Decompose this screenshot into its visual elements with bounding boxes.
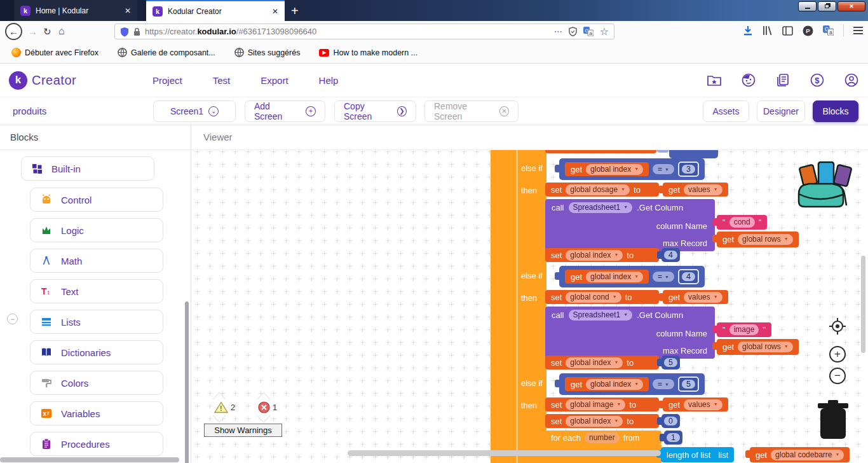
tracking-protection-shield-icon[interactable]	[120, 27, 129, 37]
prev-error-icon[interactable]	[257, 392, 271, 399]
condition-block[interactable]: get global index▼ =▼ 4	[559, 266, 705, 287]
get-variable-block[interactable]: get global index▼	[565, 270, 649, 284]
call-method-block[interactable]: call Spreadsheet1▼ .Get Column column Na…	[545, 199, 715, 251]
sidebars-icon[interactable]	[782, 26, 793, 36]
palette-colors[interactable]: Colors	[30, 371, 163, 395]
get-variable-block[interactable]: get global rows▼	[717, 232, 799, 247]
palette-logic[interactable]: Logic	[30, 218, 163, 242]
set-variable-block[interactable]: set global dosage▼ to	[545, 183, 659, 197]
number-block[interactable]: 4	[661, 248, 680, 262]
workspace-vertical-scrollbar[interactable]	[861, 256, 865, 353]
palette-procedures[interactable]: Procedures	[30, 432, 163, 456]
get-variable-block[interactable]: get values▼	[663, 290, 728, 304]
get-variable-block[interactable]: get global rows▼	[717, 339, 799, 355]
designer-button[interactable]: Designer	[757, 100, 805, 122]
operator-dropdown[interactable]: =▼	[653, 379, 674, 389]
translate-addon-icon[interactable]: G a	[823, 25, 834, 36]
condition-block[interactable]: get global index▼ =▼ 3	[559, 158, 705, 180]
browser-tab-creator[interactable]: k Kodular Creator ✕	[146, 0, 285, 21]
projects-folder-icon[interactable]	[707, 73, 722, 88]
warning-icon[interactable]: !	[214, 401, 228, 413]
set-variable-block[interactable]: set global index▼ to	[545, 414, 659, 428]
trash-icon[interactable]	[815, 399, 851, 441]
condition-block[interactable]: get global index▼ =▼ 5	[559, 373, 705, 395]
home-button[interactable]: ⌂	[58, 25, 65, 37]
text-string-block[interactable]: " cond "	[717, 215, 767, 230]
page-actions-icon[interactable]: ⋯	[554, 27, 562, 36]
maximize-button[interactable]	[818, 1, 836, 11]
translate-icon[interactable]: G a	[583, 27, 593, 36]
palette-variables[interactable]: x y Variables	[30, 401, 163, 425]
menu-test[interactable]: Test	[213, 75, 231, 86]
assets-button[interactable]: Assets	[703, 100, 749, 122]
palette-text[interactable]: T t Text	[30, 279, 163, 303]
number-block[interactable]: 5	[661, 356, 680, 370]
bookmark-item[interactable]: Débuter avec Firefox	[11, 48, 98, 57]
get-variable-block[interactable]: get global codebarre▼	[750, 447, 850, 462]
set-variable-block[interactable]: set global index▼ to	[545, 248, 659, 262]
backpack-icon[interactable]	[795, 160, 858, 211]
tab-close-icon[interactable]: ✕	[125, 6, 131, 15]
get-variable-block[interactable]: get global index▼	[565, 377, 649, 391]
community-face-icon[interactable]	[741, 73, 756, 88]
error-icon[interactable]	[258, 401, 270, 413]
screen-selector[interactable]: Screen1⌄	[153, 100, 236, 122]
blocks-canvas[interactable]: else if then get global index▼ =▼ 3 set …	[191, 150, 868, 463]
number-block[interactable]: 3	[678, 162, 699, 177]
if-block-spine[interactable]	[491, 150, 546, 463]
clipped-set-block[interactable]	[545, 150, 656, 153]
blocks-button[interactable]: Blocks	[813, 100, 858, 122]
browser-tab-home[interactable]: k Home | Kodular ✕	[14, 0, 137, 21]
monetization-icon[interactable]: $	[810, 73, 825, 88]
minimize-button[interactable]	[798, 1, 817, 11]
bookmark-item[interactable]: ▶ How to make modern ...	[319, 48, 417, 57]
prev-warning-icon[interactable]	[212, 392, 226, 399]
account-icon[interactable]	[844, 73, 859, 88]
remove-screen-button[interactable]: Remove Screen✕	[424, 100, 519, 122]
docs-icon[interactable]	[775, 73, 790, 88]
palette-control[interactable]: Control	[30, 188, 163, 212]
number-block[interactable]: 5	[678, 377, 699, 392]
get-variable-block[interactable]: get global index▼	[565, 162, 649, 176]
add-screen-button[interactable]: Add Screen+	[245, 100, 325, 122]
kodular-logo[interactable]: k	[9, 71, 27, 90]
get-variable-block[interactable]: get values▼	[663, 183, 728, 197]
operator-dropdown[interactable]: =▼	[653, 272, 674, 282]
permissions-shield-icon[interactable]	[569, 27, 577, 36]
number-block[interactable]: 0	[661, 414, 680, 428]
next-error-icon[interactable]	[257, 415, 271, 423]
reload-button[interactable]: ↻	[43, 26, 51, 38]
bookmark-star-icon[interactable]: ☆	[600, 25, 609, 38]
palette-builtin[interactable]: Built-in	[21, 156, 154, 181]
for-each-block[interactable]: for each number from	[545, 431, 661, 445]
library-icon[interactable]	[763, 25, 773, 36]
menu-help[interactable]: Help	[319, 75, 339, 86]
workspace-horizontal-scrollbar[interactable]	[348, 450, 661, 456]
set-variable-block[interactable]: set global cond▼ to	[545, 290, 659, 304]
palette-math[interactable]: Math	[30, 249, 163, 273]
number-block[interactable]: 4	[678, 269, 699, 284]
center-blocks-icon[interactable]	[828, 317, 847, 336]
menu-icon[interactable]	[853, 27, 863, 34]
back-button[interactable]: ←	[5, 23, 22, 40]
palette-horizontal-scrollbar[interactable]	[0, 457, 179, 462]
copy-screen-button[interactable]: Copy Screen❯	[334, 100, 416, 122]
get-variable-block[interactable]: get values▼	[663, 397, 728, 411]
bookmark-item[interactable]: Sites suggérés	[234, 48, 301, 57]
palette-lists[interactable]: Lists	[30, 310, 163, 334]
bookmark-item[interactable]: Galerie de composant...	[118, 48, 215, 57]
show-warnings-button[interactable]: Show Warnings	[204, 424, 282, 437]
zoom-in-icon[interactable]: +	[829, 346, 846, 363]
menu-project[interactable]: Project	[153, 75, 182, 86]
operator-dropdown[interactable]: =▼	[653, 164, 674, 174]
call-method-block[interactable]: call Spreadsheet1▼ .Get Column column Na…	[545, 307, 715, 359]
clipped-logic-block[interactable]	[669, 150, 718, 158]
tab-close-icon[interactable]: ✕	[272, 7, 278, 16]
length-of-list-block[interactable]: length of list list	[661, 447, 734, 462]
zoom-out-icon[interactable]: −	[829, 368, 846, 384]
next-warning-icon[interactable]	[212, 415, 226, 423]
palette-vertical-scrollbar[interactable]	[185, 301, 189, 463]
palette-dictionaries[interactable]: Dictionaries	[30, 340, 163, 364]
set-variable-block[interactable]: set global image▼ to	[545, 397, 659, 411]
url-bar[interactable]: https://creator.kodular.io/#636171309809…	[114, 24, 614, 39]
